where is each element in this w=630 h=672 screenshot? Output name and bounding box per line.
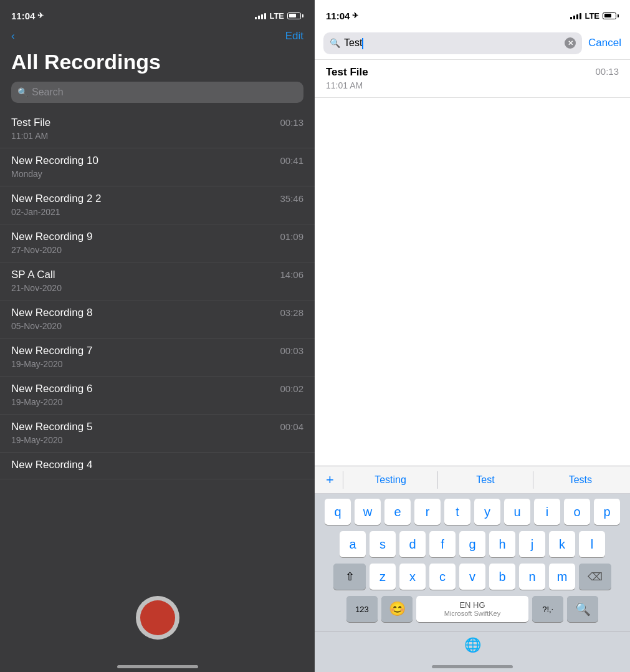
suggestion-testing[interactable]: Testing: [346, 474, 435, 486]
right-signal-bars: [570, 12, 581, 19]
clear-icon: ✕: [568, 40, 573, 47]
key-g[interactable]: g: [459, 531, 485, 557]
list-item[interactable]: New Recording 4: [0, 453, 315, 479]
key-j[interactable]: j: [519, 531, 545, 557]
signal-bar-4: [264, 13, 266, 19]
shift-key[interactable]: ⇧: [333, 564, 366, 590]
edit-button[interactable]: Edit: [285, 30, 303, 42]
key-x[interactable]: x: [399, 564, 426, 590]
search-value: Test: [344, 37, 561, 49]
suggestion-divider-2: [437, 471, 438, 489]
search-result-item[interactable]: Test File 00:13 11:01 AM: [315, 60, 630, 98]
left-status-right: LTE: [255, 11, 303, 21]
key-s[interactable]: s: [370, 531, 396, 557]
right-home-bar: [432, 665, 513, 668]
right-battery-tip: [618, 14, 619, 17]
search-placeholder: Search: [32, 87, 64, 98]
space-brand: Microsoft SwiftKey: [444, 610, 500, 618]
record-button-area: [0, 586, 315, 658]
search-icon-right: 🔍: [330, 38, 340, 48]
page-title: All Recordings: [0, 47, 315, 82]
key-h[interactable]: h: [489, 531, 515, 557]
list-item[interactable]: New Recording 7 00:03 19-May-2020: [0, 338, 315, 377]
back-button[interactable]: ‹: [11, 30, 15, 42]
list-item[interactable]: New Recording 6 00:02 19-May-2020: [0, 377, 315, 415]
search-keyboard-key[interactable]: 🔍: [567, 596, 598, 622]
clear-search-button[interactable]: ✕: [565, 37, 576, 49]
space-lang: EN HG: [459, 600, 485, 610]
left-battery-body: [287, 12, 301, 19]
list-item[interactable]: New Recording 10 00:41 Monday: [0, 148, 315, 186]
key-t[interactable]: t: [444, 499, 470, 525]
key-y[interactable]: y: [474, 499, 500, 525]
key-a[interactable]: a: [340, 531, 366, 557]
search-results-list: Test File 00:13 11:01 AM: [315, 60, 630, 466]
cancel-button[interactable]: Cancel: [588, 37, 621, 49]
key-row-4: 123 😊 EN HG Microsoft SwiftKey ?!,· 🔍: [317, 596, 628, 622]
key-k[interactable]: k: [549, 531, 575, 557]
emoji-key[interactable]: 😊: [381, 596, 413, 622]
suggestion-test[interactable]: Test: [441, 474, 530, 486]
key-l[interactable]: l: [579, 531, 605, 557]
key-u[interactable]: u: [504, 499, 530, 525]
punct-key[interactable]: ?!,·: [532, 596, 563, 622]
search-bar[interactable]: 🔍 Search: [11, 82, 303, 103]
key-b[interactable]: b: [489, 564, 515, 590]
record-button[interactable]: [136, 596, 179, 640]
right-time: 11:04: [326, 11, 350, 21]
key-c[interactable]: c: [429, 564, 456, 590]
list-item[interactable]: New Recording 9 01:09 27-Nov-2020: [0, 224, 315, 262]
signal-bar-2: [258, 16, 260, 19]
backspace-key[interactable]: ⌫: [579, 564, 611, 590]
key-p[interactable]: p: [594, 499, 620, 525]
right-lte-label: LTE: [585, 11, 599, 21]
key-z[interactable]: z: [370, 564, 396, 590]
key-v[interactable]: v: [459, 564, 485, 590]
right-battery-body: [603, 12, 616, 19]
key-w[interactable]: w: [355, 499, 381, 525]
suggestion-divider-1: [343, 471, 343, 489]
key-e[interactable]: e: [384, 499, 411, 525]
signal-bar-r2: [573, 16, 575, 19]
key-o[interactable]: o: [564, 499, 590, 525]
left-status-time-area: 11:04 ✈: [11, 11, 44, 21]
right-battery-fill: [604, 14, 611, 17]
key-d[interactable]: d: [399, 531, 426, 557]
list-item[interactable]: New Recording 5 00:04 19-May-2020: [0, 415, 315, 453]
signal-bar-r3: [576, 14, 578, 19]
numbers-key[interactable]: 123: [346, 596, 378, 622]
list-item[interactable]: New Recording 2 2 35:46 02-Jan-2021: [0, 186, 315, 224]
list-item[interactable]: SP A Call 14:06 21-Nov-2020: [0, 262, 315, 300]
search-input-container[interactable]: 🔍 Test ✕: [323, 32, 582, 54]
right-status-time-area: 11:04 ✈: [326, 11, 358, 21]
record-button-inner: [140, 600, 175, 635]
search-bar-right: 🔍 Test ✕ Cancel: [315, 27, 630, 60]
key-row-1: q w e r t y u i o p: [317, 499, 628, 525]
keyboard-suggestions: + Testing Test Tests: [315, 466, 630, 494]
left-panel: 11:04 ✈ LTE ‹ Edit All Recordings: [0, 0, 315, 672]
left-status-bar: 11:04 ✈ LTE: [0, 0, 315, 27]
left-battery-tip: [302, 14, 303, 17]
suggestion-plus[interactable]: +: [320, 472, 340, 488]
list-item[interactable]: Test File 00:13 11:01 AM: [0, 110, 315, 148]
left-time: 11:04: [11, 11, 35, 21]
left-signal-bars: [255, 12, 266, 19]
key-n[interactable]: n: [519, 564, 545, 590]
right-panel: 11:04 ✈ LTE 🔍 Test: [315, 0, 630, 672]
globe-icon[interactable]: 🌐: [464, 637, 481, 653]
search-icon: 🔍: [17, 87, 28, 97]
key-m[interactable]: m: [549, 564, 575, 590]
suggestion-tests[interactable]: Tests: [536, 474, 625, 486]
signal-bar-1: [255, 17, 257, 19]
space-key[interactable]: EN HG Microsoft SwiftKey: [416, 596, 528, 622]
right-status-right: LTE: [570, 11, 619, 21]
key-row-3: ⇧ z x c v b n m ⌫: [317, 564, 628, 590]
key-q[interactable]: q: [325, 499, 351, 525]
left-battery: [287, 12, 303, 19]
key-r[interactable]: r: [414, 499, 441, 525]
search-bar-container: 🔍 Search: [0, 82, 315, 110]
key-f[interactable]: f: [429, 531, 456, 557]
right-status-bar: 11:04 ✈ LTE: [315, 0, 630, 27]
key-i[interactable]: i: [534, 499, 560, 525]
list-item[interactable]: New Recording 8 03:28 05-Nov-2020: [0, 300, 315, 338]
